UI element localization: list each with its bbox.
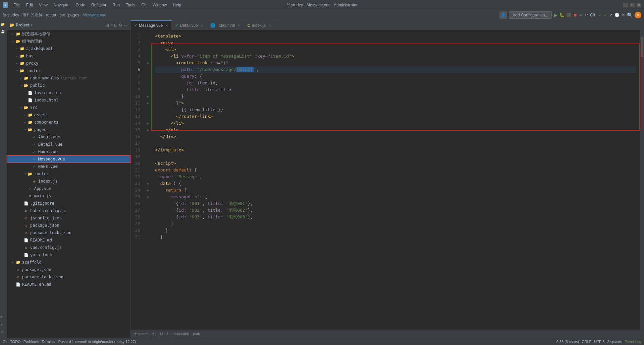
tab-close-message-vue[interactable]: ✕ [165,24,168,27]
right-scrollbar[interactable] [640,30,644,330]
tree-item-main-js[interactable]: ⊙main.js [7,192,130,200]
tree-item-components-understand[interactable]: ▾📂组件的理解 [7,38,130,45]
tree-item-jsconfig[interactable]: ⊙jsconfig.json [7,214,130,222]
tree-item-assets[interactable]: ▸📁assets [7,111,130,119]
status-todo[interactable]: TODO [10,340,21,344]
tree-item-components[interactable]: ▸📁components [7,119,130,126]
add-config-button[interactable]: Add Configuration... [509,11,552,19]
tree-item-router-folder[interactable]: ▾📂router [7,170,130,178]
reload-button[interactable]: ↩ [579,13,583,17]
panel-settings-icon[interactable]: ⚙ [119,23,122,27]
tree-item-news-vue[interactable]: ✓News.vue [7,163,130,170]
breadcrumb-item-2[interactable]: router [46,13,56,17]
menu-item-git[interactable]: Git [139,2,149,8]
bc-bottom-item-0[interactable]: template [133,332,148,336]
tree-item-vue-config[interactable]: ⊙vue.config.js [7,244,130,251]
commit-icon[interactable]: 💾 [1,30,6,35]
tree-item-bus[interactable]: ▸📁bus [7,52,130,60]
structure-icon[interactable]: ≡ [1,315,6,321]
maximize-btn[interactable]: □ [630,3,635,7]
status-git[interactable]: Git [3,340,7,344]
tree-item-gitignore[interactable]: 📄.gitignore [7,200,130,207]
status-indent[interactable]: 2 spaces [607,340,622,344]
user-icon[interactable]: 👤 [499,11,507,19]
tree-item-node_modules[interactable]: ▸📁node_moduleslibrary root [7,74,130,82]
tab-close-index-js[interactable]: ✕ [268,24,271,27]
menu-item-window[interactable]: Window [150,2,170,8]
menu-item-navigate[interactable]: Navigate [51,2,72,8]
panel-expand-icon[interactable]: ≡ [110,23,113,27]
menu-item-edit[interactable]: Edit [23,2,36,8]
tree-item-about-vue[interactable]: ✓About.vue [7,133,130,141]
tab-index-js[interactable]: ⊙index.js✕ [244,20,277,30]
tree-item-message-vue[interactable]: ✓Message.vue [7,155,130,163]
git-check2[interactable]: ✓ [604,13,607,17]
menu-item-file[interactable]: File [11,2,22,8]
bc-bottom-item-5[interactable]: path [193,332,200,336]
breadcrumb-item-0[interactable]: fe-studey [3,13,19,17]
bc-bottom-item-2[interactable]: ul [160,332,163,336]
tree-item-yarn-lock[interactable]: 📄yarn.lock [7,251,130,259]
tree-item-index-html[interactable]: 📄index.html [7,96,130,104]
project-icon[interactable]: 📁 [1,22,6,28]
status-crlf[interactable]: CRLF [582,340,592,344]
tree-item-browser-cache[interactable]: ▸📁浏览器本地存储 [7,30,130,38]
status-charset[interactable]: UTF-8 [594,340,604,344]
breadcrumb-item-1[interactable]: 组件的理解 [22,12,43,18]
coverage-button[interactable] [567,13,571,17]
menu-item-refactor[interactable]: Refactor [89,2,109,8]
git-revert[interactable]: ↺ [622,13,625,17]
tree-item-router-index[interactable]: ⊙index.js [7,178,130,185]
panel-layout-icon[interactable]: ⊞ [106,23,109,27]
code-editor[interactable]: <template> <div> <ul> <li v-for="item of… [151,30,640,330]
tree-item-pages[interactable]: ▾📂pages [7,126,130,133]
close-btn[interactable]: ✕ [637,3,641,7]
status-terminal[interactable]: Terminal [42,340,56,344]
menu-item-run[interactable]: Run [110,2,122,8]
tree-item-package-json[interactable]: ⊙package.json [7,222,130,229]
favorites-icon[interactable]: ☆ [1,330,6,335]
panel-collapse-icon[interactable]: ⊟ [114,23,117,27]
run-button[interactable]: ▶ [554,12,557,18]
git-time[interactable]: 🕐 [614,13,620,17]
git-check1[interactable]: ✓ [598,13,602,17]
tab-close-detail-vue[interactable]: ✕ [201,24,203,27]
breadcrumb-item-4[interactable]: pages [68,13,79,17]
status-problems[interactable]: Problems [23,340,39,344]
git-sidebar-icon[interactable]: ⑂ [1,323,6,328]
tree-item-favicon[interactable]: 📄favicon.ico [7,89,130,96]
tree-item-home-vue[interactable]: ✓Home.vue [7,148,130,155]
tree-item-package-lock[interactable]: ⊙package-lock.json [7,229,130,236]
tab-detail-vue[interactable]: ✓Detail.vue✕ [172,20,207,30]
minimize-btn[interactable]: — [623,3,628,7]
tree-item-root-readme[interactable]: 📄README.en.md [7,281,130,288]
menu-item-tools[interactable]: Tools [123,2,138,8]
tree-item-root-package[interactable]: ⊙package.json [7,266,130,273]
tree-item-ajaxRequest[interactable]: ▸📁ajaxRequest [7,45,130,52]
tree-item-scaffold[interactable]: ▸📁scaffold [7,259,130,266]
panel-dropdown[interactable]: ▾ [31,23,33,27]
status-eventlog[interactable]: Event Log [625,340,641,344]
breadcrumb-item-3[interactable]: src [60,13,65,17]
menu-item-code[interactable]: Code [73,2,88,8]
tree-item-root-package-lock[interactable]: ⊙package-lock.json [7,273,130,281]
search-icon[interactable]: 🔍 [627,12,633,18]
menu-item-help[interactable]: Help [170,2,184,8]
avatar-icon[interactable]: A [635,12,641,18]
menu-item-view[interactable]: View [36,2,50,8]
debug-button[interactable]: 🐛 [559,13,565,17]
tree-item-proxy[interactable]: ▸📁proxy [7,60,130,67]
tree-item-public[interactable]: ▾📂public [7,82,130,89]
tab-message-vue[interactable]: ✓Message.vue✕ [131,20,172,30]
tab-index-html[interactable]: 🌐index.html✕ [207,20,244,30]
breadcrumb-item-5[interactable]: Message.vue [83,13,106,17]
tree-item-babel-config[interactable]: ⊙babel.config.js [7,207,130,214]
undo-button[interactable]: ↶ [585,13,588,17]
bc-bottom-item-3[interactable]: li [167,332,169,336]
tab-close-index-html[interactable]: ✕ [237,24,240,27]
bc-bottom-item-4[interactable]: router-link [172,332,189,336]
tree-item-detail-vue[interactable]: ✓Detail.vue [7,141,130,148]
bc-bottom-item-1[interactable]: div [152,332,156,336]
tree-item-app-vue[interactable]: ✓App.vue [7,185,130,192]
tree-item-src[interactable]: ▾📂src [7,104,130,111]
